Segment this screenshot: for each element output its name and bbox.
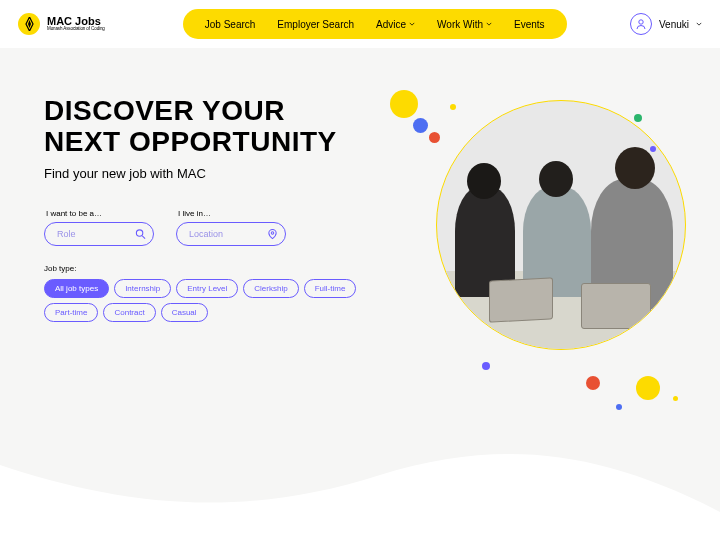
chevron-down-icon (696, 21, 702, 27)
wave-decoration (0, 420, 720, 540)
job-type-chips: All job typesInternshipEntry LevelClerks… (44, 279, 364, 322)
job-type-chip-entry-level[interactable]: Entry Level (176, 279, 238, 298)
job-type-chip-full-time[interactable]: Full-time (304, 279, 357, 298)
user-menu[interactable]: Venuki (630, 13, 702, 35)
decor-dot (636, 376, 660, 400)
nav-item-employer-search[interactable]: Employer Search (277, 19, 354, 30)
logo-text: MAC Jobs Monash Association of Coding (47, 16, 105, 32)
job-type-chip-part-time[interactable]: Part-time (44, 303, 98, 322)
search-location-group: I live in… (176, 209, 286, 246)
svg-point-2 (271, 231, 274, 234)
nav-item-label: Events (514, 19, 545, 30)
nav-item-advice[interactable]: Advice (376, 19, 415, 30)
role-label: I want to be a… (44, 209, 154, 218)
decor-dot (429, 132, 440, 143)
header: MAC Jobs Monash Association of Coding Jo… (0, 0, 720, 48)
brand-subtitle: Monash Association of Coding (47, 27, 105, 32)
nav-item-work-with[interactable]: Work With (437, 19, 492, 30)
hero-photo-circle (436, 100, 686, 350)
search-role-group: I want to be a… (44, 209, 154, 246)
decor-dot (390, 90, 418, 118)
job-type-chip-contract[interactable]: Contract (103, 303, 155, 322)
nav-item-label: Employer Search (277, 19, 354, 30)
decor-dot (650, 146, 656, 152)
svg-point-0 (639, 20, 643, 24)
search-icon (135, 228, 146, 239)
decor-dot (413, 118, 428, 133)
decor-dot (634, 114, 642, 122)
nav-item-events[interactable]: Events (514, 19, 545, 30)
decor-dot (586, 376, 600, 390)
nav-item-label: Work With (437, 19, 483, 30)
decor-dot (482, 362, 490, 370)
hero-title-line1: DISCOVER YOUR (44, 95, 285, 126)
hero-title-line2: NEXT OPPORTUNITY (44, 126, 337, 157)
user-name: Venuki (659, 19, 689, 30)
decor-dot (616, 404, 622, 410)
job-type-chip-internship[interactable]: Internship (114, 279, 171, 298)
location-icon (267, 228, 278, 239)
chevron-down-icon (409, 21, 415, 27)
job-type-chip-all-job-types[interactable]: All job types (44, 279, 109, 298)
main-nav: Job SearchEmployer SearchAdviceWork With… (183, 9, 567, 39)
nav-item-label: Advice (376, 19, 406, 30)
job-type-chip-casual[interactable]: Casual (161, 303, 208, 322)
avatar-icon (630, 13, 652, 35)
logo-icon (18, 13, 40, 35)
decor-dot (673, 396, 678, 401)
nav-item-label: Job Search (205, 19, 256, 30)
svg-point-1 (136, 229, 142, 235)
job-type-chip-clerkship[interactable]: Clerkship (243, 279, 298, 298)
brand-logo[interactable]: MAC Jobs Monash Association of Coding (18, 13, 105, 35)
nav-item-job-search[interactable]: Job Search (205, 19, 256, 30)
location-label: I live in… (176, 209, 286, 218)
hero-image (436, 100, 686, 350)
chevron-down-icon (486, 21, 492, 27)
decor-dot (450, 104, 456, 110)
